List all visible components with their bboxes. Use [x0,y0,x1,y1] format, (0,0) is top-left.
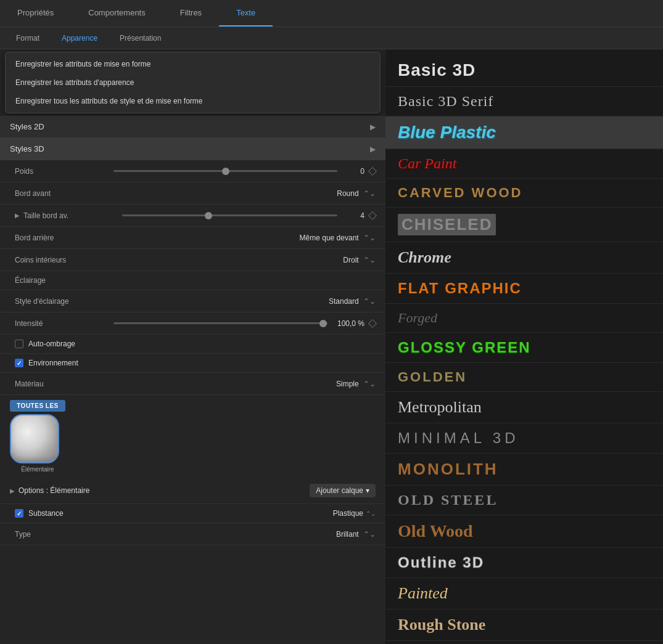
style-name-forged: Forged [398,310,437,326]
style-item-old-steel[interactable]: Old Steel [385,486,663,515]
bord-avant-row: Bord avant Round ⌃⌄ [0,182,385,205]
material-name: Élémentaire [10,466,65,473]
style-name-basic3d-serif: Basic 3D Serif [398,93,493,110]
intensite-slider[interactable] [113,322,327,324]
style-item-golden[interactable]: GOLDEN [385,363,663,392]
substance-label: Substance [28,509,64,518]
style-item-chiseled[interactable]: CHISELED [385,208,663,242]
poids-row: Poids 0 [0,160,385,182]
style-name-flat-graphic: FLAT GRAPHIC [398,280,522,297]
tab-filtres[interactable]: Filtres [163,0,219,26]
dropdown-item-2[interactable]: Enregistrer tous les attributs de style … [6,92,380,110]
style-name-basic3d: Basic 3D [398,60,476,80]
taille-bord-label: Taille bord av. [23,211,122,220]
coins-interieurs-label: Coins intérieurs [15,256,113,264]
dropdown-menu: Enregistrer les attributs de mise en for… [5,52,381,113]
poids-diamond[interactable] [368,166,377,175]
styles-3d-header[interactable]: Styles 3D ▶ [0,138,385,160]
dropdown-item-0[interactable]: Enregistrer les attributs de mise en for… [6,55,380,73]
bord-arriere-row: Bord arrière Même que devant ⌃⌄ [0,227,385,249]
style-item-minimal3d[interactable]: MINIMAL 3D [385,423,663,454]
style-item-blue-plastic[interactable]: Blue Plastic [385,116,663,149]
type-row: Type Brillant ⌃⌄ [0,523,385,545]
material-sidebar: TOUTES LES Élémentaire [10,400,65,473]
poids-slider[interactable] [113,170,337,172]
material-panel: TOUTES LES Élémentaire [0,395,385,478]
intensite-diamond[interactable] [368,319,377,327]
materiau-row: Matériau Simple ⌃⌄ [0,373,385,395]
substance-row: ✓ Substance Plastique ⌃⌄ [0,504,385,523]
style-name-metropolitan: Metropolitan [398,398,482,417]
style-item-transparent[interactable]: Transparent [385,641,663,644]
bord-avant-value[interactable]: Round ⌃⌄ [113,189,376,198]
styles-3d-arrow: ▶ [370,145,376,153]
style-name-blue-plastic: Blue Plastic [398,123,496,142]
style-item-basic3d[interactable]: Basic 3D [385,54,663,87]
add-layer-button[interactable]: Ajouter calque ▾ [310,484,376,497]
options-label: Options : Élémentaire [19,486,306,495]
materiau-value[interactable]: Simple ⌃⌄ [113,380,376,388]
style-eclairage-row: Style d'éclairage Standard ⌃⌄ [0,290,385,312]
style-name-chiseled: CHISELED [398,214,496,235]
coins-interieurs-value[interactable]: Droit ⌃⌄ [113,256,376,264]
materiau-label: Matériau [15,380,113,388]
style-item-painted[interactable]: Painted [385,578,663,609]
style-item-basic3d-serif[interactable]: Basic 3D Serif [385,87,663,116]
intensite-label: Intensité [15,319,113,328]
style-item-glossy-green[interactable]: GLOSSY GREEN [385,333,663,363]
tab-texte[interactable]: Texte [219,0,273,26]
style-eclairage-value[interactable]: Standard ⌃⌄ [113,297,376,306]
poids-label: Poids [15,167,113,176]
environnement-row: ✓ Environnement [0,354,385,373]
style-name-carved-wood: CARVED WOOD [398,185,523,201]
style-item-flat-graphic[interactable]: FLAT GRAPHIC [385,274,663,304]
style-item-outline3d[interactable]: Outline 3D [385,548,663,578]
environnement-checkbox[interactable]: ✓ [15,359,23,367]
style-item-monolith[interactable]: MONOLITH [385,454,663,486]
style-item-chrome[interactable]: Chrome [385,242,663,274]
taille-bord-diamond[interactable] [368,211,377,219]
options-row: ▶ Options : Élémentaire Ajouter calque ▾ [0,478,385,504]
styles-2d-label: Styles 2D [10,122,44,131]
style-name-glossy-green: GLOSSY GREEN [398,339,531,356]
style-name-old-steel: Old Steel [398,492,498,508]
taille-bord-slider[interactable] [122,214,337,216]
dropdown-item-1[interactable]: Enregistrer les attributs d'apparence [6,73,380,92]
sub-tab-presentation[interactable]: Présentation [111,30,170,46]
style-item-metropolitan[interactable]: Metropolitan [385,392,663,423]
eclairage-section: Éclairage [0,271,385,290]
style-name-car-paint: Car Paint [398,155,456,172]
intensite-value: 100,0 % [327,319,364,328]
bord-arriere-label: Bord arrière [15,234,113,242]
auto-ombrage-checkbox[interactable] [15,340,23,348]
auto-ombrage-label: Auto-ombrage [28,340,75,348]
style-item-car-paint[interactable]: Car Paint [385,149,663,179]
material-all-button[interactable]: TOUTES LES [10,400,65,412]
type-value[interactable]: Brillant ⌃⌄ [113,530,376,539]
tab-proprietes[interactable]: Propriétés [0,0,71,26]
substance-checkbox[interactable]: ✓ [15,509,23,518]
poids-value: 0 [337,167,364,176]
style-item-old-wood[interactable]: Old Wood [385,515,663,548]
top-tab-bar: Propriétés Comportements Filtres Texte [0,0,663,27]
style-item-forged[interactable]: Forged [385,304,663,333]
styles-list: Basic 3DBasic 3D SerifBlue PlasticCar Pa… [385,54,663,644]
auto-ombrage-row: Auto-ombrage [0,335,385,354]
bord-avant-label: Bord avant [15,189,113,198]
sub-tab-bar: Format Apparence Présentation [0,27,663,49]
style-name-monolith: MONOLITH [398,460,498,479]
main-content: Enregistrer les attributs de mise en for… [0,49,663,644]
options-expand-arrow[interactable]: ▶ [10,487,15,494]
style-item-carved-wood[interactable]: CARVED WOOD [385,179,663,208]
tab-comportements[interactable]: Comportements [71,0,162,26]
right-panel: Basic 3DBasic 3D SerifBlue PlasticCar Pa… [385,49,663,644]
type-label: Type [15,530,113,539]
sub-tab-apparence[interactable]: Apparence [53,30,106,46]
style-item-rough-stone[interactable]: Rough Stone [385,609,663,641]
taille-bord-expand[interactable]: ▶ [15,212,20,219]
sub-tab-format[interactable]: Format [7,30,48,46]
environnement-label: Environnement [28,359,78,367]
material-thumbnail[interactable] [10,414,59,463]
bord-arriere-value[interactable]: Même que devant ⌃⌄ [113,234,376,242]
styles-2d-header[interactable]: Styles 2D ▶ [0,116,385,138]
